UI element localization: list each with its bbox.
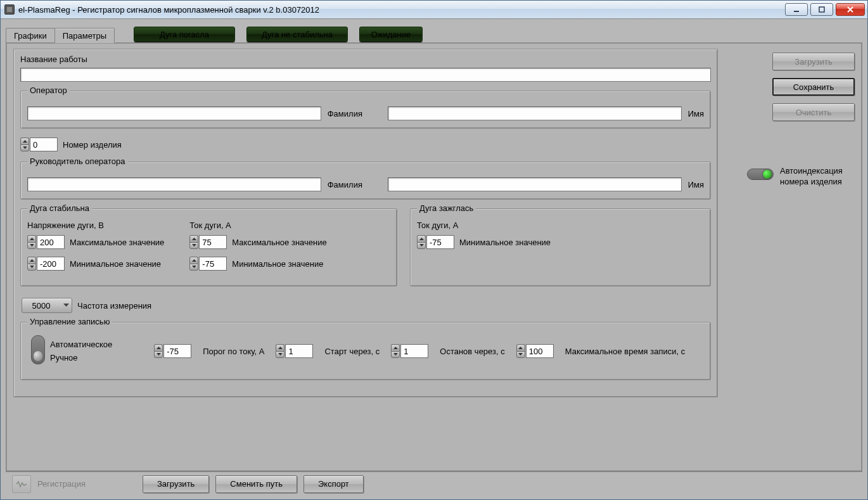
operator-surname-input[interactable] [27, 106, 321, 120]
registration-label: Регистрация [37, 479, 86, 489]
supervisor-name-label: Имя [688, 180, 704, 189]
product-number-spinner[interactable]: 0 [20, 138, 58, 151]
change-path-button[interactable]: Сменить путь [215, 475, 297, 493]
ignited-current-min-spinner[interactable]: -75 [417, 235, 454, 249]
supervisor-surname-label: Фамилия [328, 180, 362, 189]
spin-up-icon[interactable] [391, 344, 400, 351]
supervisor-name-input[interactable] [388, 177, 682, 191]
spin-down-icon[interactable] [27, 264, 36, 271]
supervisor-surname-input[interactable] [27, 177, 321, 191]
operator-name-input[interactable] [388, 106, 682, 120]
spin-up-icon[interactable] [417, 235, 426, 242]
spin-down-icon[interactable] [154, 351, 163, 359]
group-arc-ignited: Дуга зажглась Ток дуги, А -75 Минимальн [410, 208, 711, 286]
group-supervisor: Руководитель оператора Фамилия Имя [20, 162, 711, 200]
autoindex-toggle[interactable] [747, 169, 774, 180]
indicator-arc-off: Дуга погасла [134, 27, 235, 42]
spin-down-icon[interactable] [189, 242, 198, 250]
app-window: el-PlasmaReg - Регистратор сигналов микр… [0, 0, 868, 500]
tab-graphics[interactable]: Графики [6, 28, 55, 43]
job-name-input[interactable] [20, 68, 711, 82]
window-title: el-PlasmaReg - Регистратор сигналов микр… [18, 5, 785, 15]
spin-down-icon[interactable] [27, 242, 36, 250]
app-icon [4, 4, 15, 15]
record-icon[interactable] [12, 475, 31, 493]
spin-up-icon[interactable] [189, 235, 198, 242]
current-min-spinner[interactable]: -75 [189, 257, 227, 271]
svg-rect-0 [819, 7, 824, 12]
spin-down-icon[interactable] [417, 242, 426, 250]
record-mode-switch[interactable] [31, 335, 45, 364]
job-name-label: Название работы [20, 54, 711, 64]
spin-up-icon[interactable] [516, 344, 525, 351]
titlebar: el-PlasmaReg - Регистратор сигналов микр… [1, 1, 867, 19]
operator-name-label: Имя [688, 109, 704, 119]
spin-up-icon[interactable] [27, 235, 36, 242]
tab-content: Название работы Оператор Фамилия [6, 42, 862, 471]
autoindex-label: Автоиндексация номера изделия [780, 165, 855, 187]
minimize-button[interactable] [785, 3, 808, 16]
spin-up-icon[interactable] [27, 257, 36, 264]
voltage-max-spinner[interactable]: 200 [27, 235, 65, 249]
indicator-arc-unstable: Дуга не стабильна [246, 27, 348, 42]
chevron-down-icon[interactable] [60, 304, 72, 307]
save-button[interactable]: Сохранить [772, 78, 855, 96]
spin-up-icon[interactable] [276, 344, 284, 351]
start-after-spinner[interactable]: 1 [276, 344, 313, 358]
max-time-spinner[interactable]: 100 [516, 344, 554, 358]
close-button[interactable] [836, 3, 865, 16]
client-area: Графики Параметры Дуга погасла Дуга не с… [1, 19, 867, 499]
spin-down-icon[interactable] [276, 351, 284, 359]
export-button[interactable]: Экспорт [303, 475, 364, 493]
product-number-label: Номер изделия [63, 140, 122, 150]
bottom-load-button[interactable]: Загрузить [143, 475, 209, 493]
job-form: Название работы Оператор Фамилия [13, 49, 718, 397]
spin-down-icon[interactable] [391, 351, 400, 359]
maximize-button[interactable] [810, 3, 833, 16]
frequency-combo[interactable]: 5000 [22, 298, 72, 313]
voltage-min-spinner[interactable]: -200 [27, 257, 65, 271]
clear-button[interactable]: Очистить [772, 103, 855, 121]
load-button[interactable]: Загрузить [772, 53, 855, 70]
group-arc-stable: Дуга стабильна Напряжение дуги, В 200 [20, 208, 397, 286]
group-record-control: Управление записью Автоматическое Ручное [20, 322, 711, 380]
bottom-toolbar: Регистрация Загрузить Сменить путь Экспо… [6, 471, 862, 496]
indicator-waiting: Ожидание [359, 27, 423, 42]
spin-up-icon[interactable] [20, 138, 29, 144]
spin-down-icon[interactable] [20, 144, 29, 152]
spin-up-icon[interactable] [189, 257, 198, 264]
operator-surname-label: Фамилия [328, 109, 362, 119]
spin-up-icon[interactable] [154, 344, 163, 351]
threshold-spinner[interactable]: -75 [154, 344, 191, 358]
spin-down-icon[interactable] [516, 351, 525, 359]
current-max-spinner[interactable]: 75 [189, 235, 227, 249]
stop-after-spinner[interactable]: 1 [391, 344, 428, 358]
tab-parameters[interactable]: Параметры [54, 28, 115, 43]
spin-down-icon[interactable] [189, 264, 198, 271]
group-operator: Оператор Фамилия Имя [20, 91, 711, 129]
